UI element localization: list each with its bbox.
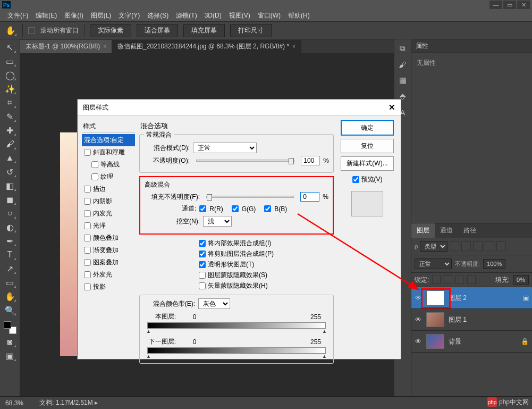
- move-tool-icon[interactable]: ↖: [4, 41, 16, 53]
- filter-image-icon[interactable]: [450, 241, 459, 251]
- style-item[interactable]: 斜面和浮雕: [82, 146, 135, 158]
- dialog-close-icon[interactable]: ✕: [389, 103, 395, 112]
- layer-name[interactable]: 图层 1: [449, 315, 467, 324]
- style-item[interactable]: 纹理: [82, 171, 135, 183]
- hand-tool-icon[interactable]: ✋: [4, 290, 16, 302]
- menu-type[interactable]: 文字(Y): [115, 10, 143, 21]
- cancel-button[interactable]: 复位: [341, 139, 394, 153]
- style-item[interactable]: 图案叠加: [82, 256, 135, 269]
- document-tab[interactable]: 未标题-1 @ 100%(RGB/8)×: [20, 40, 112, 53]
- menu-window[interactable]: 窗口(W): [255, 10, 284, 21]
- style-item[interactable]: 描边: [82, 183, 135, 195]
- blend-if-select[interactable]: 灰色: [198, 298, 230, 309]
- filter-smart-icon[interactable]: [496, 241, 506, 251]
- crop-tool-icon[interactable]: ⌗: [4, 97, 16, 108]
- ok-button[interactable]: 确定: [341, 120, 394, 136]
- brush-tool-icon[interactable]: 🖌: [4, 138, 16, 150]
- style-checkbox[interactable]: [84, 235, 91, 241]
- this-layer-gradient[interactable]: [147, 322, 326, 329]
- new-style-button[interactable]: 新建样式(W)...: [341, 156, 394, 171]
- fit-screen-button[interactable]: 适合屏幕: [137, 24, 178, 37]
- style-checkbox[interactable]: [84, 283, 91, 290]
- path-tool-icon[interactable]: ↗: [4, 263, 16, 274]
- fill-opacity-slider[interactable]: [206, 196, 294, 198]
- layer-kind-select[interactable]: 类型: [420, 241, 447, 252]
- opacity-input[interactable]: [301, 156, 320, 165]
- magic-wand-tool-icon[interactable]: ✨: [4, 83, 16, 95]
- underlying-gradient[interactable]: [147, 347, 326, 354]
- dodge-tool-icon[interactable]: ◐: [4, 221, 16, 233]
- pen-tool-icon[interactable]: ✒: [4, 235, 16, 247]
- layer-name[interactable]: 背景: [449, 337, 461, 346]
- color-swatches[interactable]: [4, 321, 16, 334]
- gradient-tool-icon[interactable]: ◼: [4, 194, 16, 205]
- filter-shape-icon[interactable]: [485, 241, 494, 251]
- close-tab-icon[interactable]: ×: [292, 44, 295, 49]
- menu-layer[interactable]: 图层(L): [88, 10, 115, 21]
- style-item[interactable]: 外发光: [82, 269, 135, 281]
- menu-help[interactable]: 帮助(H): [285, 10, 313, 21]
- foreground-color-swatch[interactable]: [4, 321, 11, 329]
- vector-mask-hides-checkbox[interactable]: [199, 282, 206, 289]
- channel-r-checkbox[interactable]: [199, 205, 206, 212]
- close-button[interactable]: ✕: [517, 1, 530, 9]
- style-checkbox[interactable]: [84, 222, 91, 229]
- fill-value[interactable]: 0%: [513, 275, 529, 285]
- style-checkbox[interactable]: [84, 271, 91, 278]
- layer-row[interactable]: 👁 背景 🔒: [411, 331, 532, 353]
- hand-tool-icon[interactable]: ✋: [4, 24, 17, 36]
- zoom-tool-icon[interactable]: 🔍: [4, 304, 16, 316]
- layer-thumbnail[interactable]: [426, 312, 444, 327]
- layer-blend-select[interactable]: 正常: [415, 258, 452, 269]
- layer-thumbnail[interactable]: [426, 334, 444, 349]
- slider-handle-icon[interactable]: ▲: [146, 354, 151, 359]
- style-item[interactable]: 投影: [82, 281, 135, 293]
- lasso-tool-icon[interactable]: ◯: [4, 69, 16, 81]
- history-panel-icon[interactable]: ⧉: [396, 43, 409, 54]
- style-checkbox[interactable]: [91, 161, 98, 168]
- eraser-tool-icon[interactable]: ◧: [4, 180, 16, 191]
- lock-position-icon[interactable]: [455, 276, 464, 284]
- menu-file[interactable]: 文件(F): [4, 10, 31, 21]
- tab-paths[interactable]: 路径: [458, 223, 482, 238]
- style-checkbox[interactable]: [84, 186, 91, 193]
- lock-image-icon[interactable]: [444, 276, 452, 284]
- filter-adjust-icon[interactable]: [461, 241, 471, 251]
- layer-mask-hides-checkbox[interactable]: [199, 272, 206, 279]
- layer-name[interactable]: 图层 2: [449, 294, 467, 303]
- opacity-value[interactable]: 100%: [483, 259, 505, 269]
- menu-3d[interactable]: 3D(D): [201, 11, 225, 20]
- tab-channels[interactable]: 通道: [435, 223, 458, 238]
- swatches-panel-icon[interactable]: ▦: [396, 74, 409, 86]
- style-item[interactable]: 渐变叠加: [82, 244, 135, 256]
- menu-view[interactable]: 视图(V): [226, 10, 254, 21]
- doc-info[interactable]: 文档: 1.17M/2.51M ▸: [39, 398, 98, 407]
- channel-b-checkbox[interactable]: [264, 205, 271, 212]
- inner-effects-checkbox[interactable]: [199, 240, 206, 247]
- actual-pixels-button[interactable]: 实际像素: [90, 24, 131, 37]
- slider-handle-icon[interactable]: ▲: [322, 329, 327, 334]
- style-item[interactable]: 内发光: [82, 207, 135, 220]
- visibility-icon[interactable]: 👁: [415, 338, 422, 345]
- slider-handle-icon[interactable]: ▲: [146, 329, 151, 334]
- stamp-tool-icon[interactable]: ▲: [4, 152, 16, 164]
- style-checkbox[interactable]: [84, 259, 91, 266]
- history-brush-tool-icon[interactable]: ↺: [4, 166, 16, 178]
- close-tab-icon[interactable]: ×: [103, 44, 106, 49]
- style-checkbox[interactable]: [84, 210, 91, 217]
- style-item[interactable]: 光泽: [82, 220, 135, 232]
- fill-opacity-input[interactable]: [300, 192, 319, 202]
- clipped-layers-checkbox[interactable]: [199, 251, 206, 257]
- minimize-button[interactable]: —: [489, 1, 502, 9]
- preview-checkbox[interactable]: [352, 176, 359, 183]
- maximize-button[interactable]: ▭: [503, 1, 516, 9]
- opacity-slider[interactable]: [196, 160, 294, 162]
- style-checkbox[interactable]: [84, 149, 91, 156]
- type-tool-icon[interactable]: T: [4, 249, 16, 261]
- marquee-tool-icon[interactable]: ▭: [4, 55, 16, 67]
- zoom-level[interactable]: 68.3%: [5, 399, 23, 407]
- dialog-titlebar[interactable]: 图层样式 ✕: [78, 99, 401, 116]
- style-item[interactable]: 混合选项:自定: [82, 134, 135, 146]
- layer-row[interactable]: 👁 图层 1: [411, 309, 532, 331]
- style-checkbox[interactable]: [84, 247, 91, 254]
